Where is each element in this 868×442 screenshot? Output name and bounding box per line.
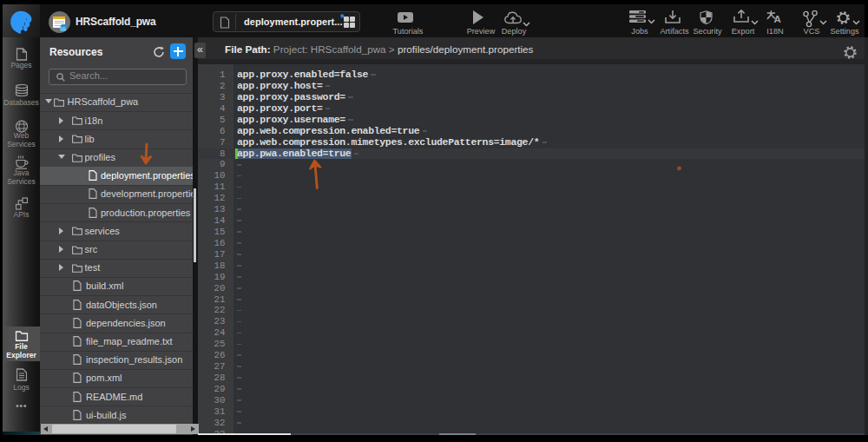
svg-text:A: A <box>774 14 781 23</box>
